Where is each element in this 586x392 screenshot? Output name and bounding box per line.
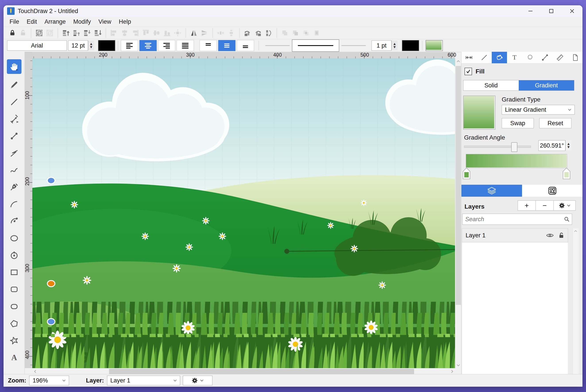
gradient-angle-slider-track[interactable] — [464, 146, 531, 148]
tab-connection[interactable] — [537, 52, 552, 63]
layer-settings-button[interactable] — [554, 201, 575, 210]
stroke-style-thin-left[interactable] — [263, 40, 292, 51]
tab-shapes[interactable] — [522, 185, 582, 197]
fill-checkbox[interactable] — [464, 68, 472, 75]
gradient-type-select[interactable]: Linear Gradient — [502, 105, 575, 114]
fill-gradient-swatch[interactable] — [426, 40, 443, 51]
horizontal-scroll-thumb[interactable] — [109, 369, 414, 374]
stroke-style-solid-selected[interactable] — [292, 40, 339, 52]
tab-text[interactable]: T — [507, 52, 522, 63]
flip-horizontal-icon[interactable] — [189, 28, 199, 38]
vertical-scroll-thumb[interactable] — [456, 66, 461, 305]
tool-squircle[interactable] — [7, 298, 22, 315]
tool-pencil[interactable] — [7, 76, 22, 93]
bring-to-front-icon[interactable] — [61, 28, 71, 38]
gradient-angle-spinner[interactable]: 260.591° ▲▼ — [538, 140, 571, 151]
tool-polyline[interactable] — [7, 144, 22, 162]
rotate-right-icon[interactable] — [253, 28, 263, 38]
tool-rounded-rectangle[interactable] — [7, 281, 22, 298]
fill-solid-button[interactable]: Solid — [463, 80, 519, 90]
text-align-right-button[interactable] — [158, 40, 175, 51]
text-align-center-button[interactable] — [139, 40, 157, 51]
text-color-swatch[interactable] — [98, 40, 115, 51]
drawing-canvas[interactable] — [32, 58, 455, 368]
tab-stroke[interactable] — [477, 52, 492, 63]
tool-line[interactable] — [7, 93, 22, 110]
unlock-icon[interactable] — [558, 232, 564, 238]
scroll-left-icon[interactable] — [34, 370, 36, 373]
text-align-justify-button[interactable] — [177, 40, 194, 51]
tool-rectangle[interactable] — [7, 264, 22, 281]
gradient-stop-start[interactable] — [463, 168, 470, 179]
fill-gradient-button[interactable]: Gradient — [519, 80, 574, 90]
reset-button[interactable]: Reset — [539, 118, 571, 128]
tool-curve[interactable] — [7, 162, 22, 178]
layer-select[interactable]: Layer 1 — [107, 376, 180, 385]
menu-view[interactable]: View — [95, 18, 115, 25]
layer-row[interactable]: Layer 1 — [462, 228, 568, 242]
tool-pen[interactable] — [7, 178, 22, 196]
layer-options-button[interactable] — [183, 376, 212, 385]
tool-circle-center[interactable] — [7, 247, 22, 264]
scroll-right-icon[interactable] — [451, 370, 453, 373]
text-align-left-button[interactable] — [121, 40, 138, 51]
gradient-bar[interactable] — [466, 154, 567, 168]
tool-text[interactable]: A — [7, 349, 22, 366]
menu-arrange[interactable]: Arrange — [41, 18, 70, 25]
close-button[interactable] — [562, 5, 582, 17]
handle-orange[interactable] — [47, 280, 55, 287]
send-backward-icon[interactable] — [82, 28, 93, 38]
tool-arc-center[interactable] — [7, 212, 22, 230]
bring-forward-icon[interactable] — [71, 28, 82, 38]
layer-search-input[interactable] — [462, 216, 564, 223]
minimize-button[interactable] — [520, 5, 541, 17]
layer-list-scrollbar[interactable] — [573, 228, 579, 374]
menu-file[interactable]: File — [6, 18, 23, 25]
gradient-angle-spin-arrows[interactable]: ▲▼ — [565, 140, 571, 150]
stroke-width-spin-arrows[interactable]: ▲▼ — [391, 40, 397, 50]
canvas-horizontal-scrollbar[interactable] — [32, 368, 455, 374]
gradient-stop-end[interactable] — [563, 168, 570, 179]
tool-polygon[interactable] — [7, 315, 22, 332]
gradient-preview-swatch[interactable] — [463, 96, 495, 130]
tool-dimension-line[interactable] — [7, 110, 22, 128]
tab-layers[interactable] — [461, 185, 522, 197]
visibility-eye-icon[interactable] — [546, 233, 554, 238]
stroke-width-spinner[interactable]: 1 pt ▲▼ — [372, 40, 397, 51]
tab-metrics[interactable] — [461, 52, 477, 63]
swap-button[interactable]: Swap — [502, 118, 534, 128]
group-icon[interactable] — [34, 28, 45, 38]
tool-connector[interactable] — [7, 128, 22, 144]
tab-fill[interactable] — [492, 52, 507, 63]
tab-ruler[interactable] — [552, 52, 568, 63]
tab-shadow[interactable] — [522, 52, 537, 63]
font-size-spin-arrows[interactable]: ▲▼ — [88, 40, 94, 50]
scroll-up-icon[interactable] — [574, 230, 577, 232]
add-layer-button[interactable]: + — [518, 201, 536, 210]
text-valign-middle-button[interactable] — [218, 40, 235, 51]
lock-icon[interactable] — [7, 28, 18, 38]
maximize-button[interactable] — [541, 5, 562, 17]
menu-modify[interactable]: Modify — [70, 18, 95, 25]
tool-select-hand[interactable] — [7, 59, 22, 74]
zoom-select[interactable]: 196% — [29, 376, 69, 385]
tool-ellipse[interactable] — [7, 230, 22, 247]
menu-help[interactable]: Help — [115, 18, 135, 25]
font-size-spinner[interactable]: 12 pt ▲▼ — [68, 40, 94, 51]
menu-edit[interactable]: Edit — [23, 18, 41, 25]
stroke-color-swatch[interactable] — [402, 40, 419, 51]
rotate-180-icon[interactable] — [263, 28, 274, 38]
tab-page[interactable] — [568, 52, 583, 63]
rotate-left-icon[interactable] — [242, 28, 253, 38]
font-family-select[interactable]: Arial — [7, 40, 67, 51]
scroll-down-icon[interactable] — [457, 364, 460, 366]
stroke-style-thin-right[interactable] — [339, 40, 368, 51]
canvas-vertical-scrollbar[interactable] — [455, 58, 461, 368]
text-valign-bottom-button[interactable] — [237, 40, 254, 51]
tool-star[interactable] — [7, 332, 22, 349]
send-to-back-icon[interactable] — [93, 28, 103, 38]
handle-blue-top[interactable] — [47, 178, 55, 184]
scroll-up-icon[interactable] — [457, 60, 460, 62]
tool-arc[interactable] — [7, 196, 22, 212]
remove-layer-button[interactable]: − — [536, 201, 554, 210]
